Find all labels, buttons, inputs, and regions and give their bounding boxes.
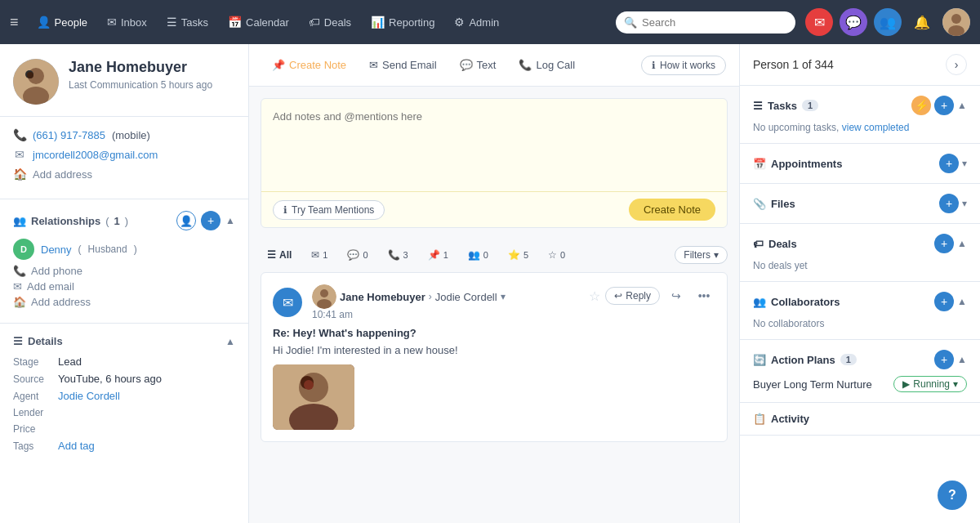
nav-logo-icon[interactable]: ≡ [10, 14, 19, 31]
create-note-button[interactable]: 📌 Create Note [262, 54, 356, 76]
note-area: ℹ Try Team Mentions Create Note [261, 98, 728, 228]
add-relationship-person-button[interactable]: 👤 [176, 211, 196, 230]
contact-name: Jane Homebuyer [69, 59, 212, 76]
tasks-collapse-button[interactable]: ▲ [957, 100, 967, 111]
svg-point-10 [317, 299, 332, 309]
nav-contacts-button[interactable]: 👥 [874, 8, 902, 36]
deals-nav-icon: 🏷 [309, 16, 320, 29]
text-button[interactable]: 💬 Text [450, 54, 506, 76]
phone-icon: 📞 [13, 128, 26, 141]
filter-chat[interactable]: 💬 0 [341, 246, 374, 264]
add-action-plan-button[interactable]: + [934, 350, 954, 369]
action-plans-collapse-button[interactable]: ▲ [957, 354, 967, 365]
deals-collapse-button[interactable]: ▲ [957, 238, 967, 249]
tasks-bolt-button[interactable]: ⚡ [911, 96, 931, 115]
nav-item-reporting[interactable]: 📊 Reporting [363, 11, 443, 34]
send-email-button[interactable]: ✉ Send Email [359, 54, 446, 76]
add-relationship-button[interactable]: + [201, 211, 220, 230]
relationship-name[interactable]: Denny [41, 244, 72, 256]
try-mentions-button[interactable]: ℹ Try Team Mentions [273, 200, 385, 220]
add-task-button[interactable]: + [934, 96, 954, 115]
forward-button[interactable]: ↪ [665, 284, 688, 307]
filter-email[interactable]: ✉ 1 [305, 246, 334, 264]
person-counter: Person 1 of 344 [753, 58, 834, 71]
add-deal-button[interactable]: + [934, 234, 954, 253]
sender-details: Jane Homebuyer › Jodie Cordell ▾ 10:41 a… [312, 284, 506, 320]
action-bar: 📌 Create Note ✉ Send Email 💬 Text 📞 Log … [249, 44, 739, 87]
feed-contact-image [273, 364, 354, 430]
help-button[interactable]: ? [938, 481, 967, 510]
action-plan-name: Buyer Long Term Nurture [753, 378, 872, 391]
search-icon: 🔍 [624, 16, 637, 29]
svg-point-7 [27, 72, 33, 78]
activity-section-header: 📋 Activity [753, 413, 967, 425]
filter-call[interactable]: 📞 3 [381, 246, 415, 264]
relationships-section: 👥 Relationships (1) 👤 + ▲ D Denny ( Husb… [0, 199, 248, 324]
filter-email-icon: ✉ [311, 249, 319, 261]
address-add-icon: 🏠 [13, 296, 26, 308]
nav-item-admin[interactable]: ⚙ Admin [446, 11, 507, 34]
nav-user-avatar[interactable] [942, 8, 970, 36]
star-button[interactable]: ☆ [589, 288, 600, 304]
filter-group[interactable]: 👥 0 [461, 246, 495, 264]
nav-item-people[interactable]: 👤 People [29, 11, 96, 34]
all-icon: ☰ [267, 249, 276, 261]
relationships-actions: 👤 + ▲ [176, 211, 235, 230]
filter-star-empty[interactable]: ☆ 0 [541, 246, 572, 264]
nav-item-tasks[interactable]: ☰ Tasks [158, 11, 216, 34]
activity-panel: 📌 Create Note ✉ Send Email 💬 Text 📞 Log … [249, 44, 739, 523]
more-options-button[interactable]: ••• [693, 284, 715, 307]
create-note-submit-button[interactable]: Create Note [629, 199, 715, 221]
nav-email-button[interactable]: ✉ [805, 8, 833, 36]
how-it-works-button[interactable]: ℹ How it works [641, 56, 726, 75]
files-collapse-button[interactable]: ▾ [962, 198, 967, 209]
filters-button[interactable]: Filters ▾ [675, 246, 728, 264]
files-icon: 📎 [753, 198, 766, 210]
filter-star-filled[interactable]: ⭐ 5 [501, 246, 535, 264]
nav-notifications-button[interactable]: 🔔 [908, 8, 936, 36]
add-tag-link[interactable]: Add tag [58, 440, 95, 452]
add-appointment-button[interactable]: + [939, 154, 959, 173]
inbox-nav-icon: ✉ [107, 16, 117, 29]
email-add-icon: ✉ [13, 280, 22, 293]
add-file-button[interactable]: + [939, 194, 959, 213]
email-icon: ✉ [13, 148, 26, 161]
contact-last-comm: Last Communication 5 hours ago [69, 79, 212, 91]
contact-email-row: ✉ jmcordell2008@gmail.com [13, 148, 235, 161]
add-address-link[interactable]: Add address [33, 168, 92, 181]
contact-email[interactable]: jmcordell2008@gmail.com [33, 149, 158, 161]
nav-item-inbox[interactable]: ✉ Inbox [99, 11, 155, 34]
add-email-link[interactable]: ✉ Add email [13, 280, 235, 293]
action-plan-status-button[interactable]: ▶ Running ▾ [893, 376, 967, 392]
filter-all[interactable]: ☰ All [261, 246, 298, 264]
nav-chat-button[interactable]: 💬 [840, 8, 867, 36]
address-icon: 🏠 [13, 168, 26, 181]
details-title: ☰ Details [13, 335, 63, 347]
expand-recipients-icon[interactable]: ▾ [501, 291, 506, 302]
tasks-nav-icon: ☰ [167, 16, 177, 29]
add-phone-link[interactable]: 📞 Add phone [13, 265, 235, 277]
filter-pin-icon: 📌 [428, 249, 440, 261]
svg-point-9 [320, 289, 328, 297]
agent-value[interactable]: Jodie Cordell [58, 390, 120, 402]
add-address-in-rel-link[interactable]: 🏠 Add address [13, 296, 235, 308]
nav-item-calendar[interactable]: 📅 Calendar [220, 11, 297, 34]
nav-item-deals[interactable]: 🏷 Deals [301, 11, 359, 34]
note-textarea[interactable] [261, 99, 727, 189]
contact-phone[interactable]: (661) 917-7885 [33, 129, 105, 141]
activity-section: 📋 Activity [740, 403, 980, 436]
log-call-button[interactable]: 📞 Log Call [509, 54, 585, 76]
appointments-collapse-button[interactable]: ▾ [962, 158, 967, 169]
running-play-icon: ▶ [902, 378, 910, 390]
feed-item-header: ✉ Jane Homebuyer › Jodie Cordell [273, 284, 715, 320]
view-completed-link[interactable]: view completed [842, 122, 910, 133]
filter-pin[interactable]: 📌 1 [421, 246, 455, 264]
search-input[interactable] [616, 11, 795, 34]
relationships-collapse-button[interactable]: ▲ [225, 215, 235, 226]
collaborators-collapse-button[interactable]: ▲ [957, 296, 967, 307]
details-collapse-button[interactable]: ▲ [225, 336, 235, 347]
reply-button[interactable]: ↩ Reply [605, 287, 660, 305]
note-icon: 📌 [272, 59, 285, 71]
add-collaborator-button[interactable]: + [934, 292, 954, 311]
next-person-button[interactable]: › [946, 54, 967, 75]
